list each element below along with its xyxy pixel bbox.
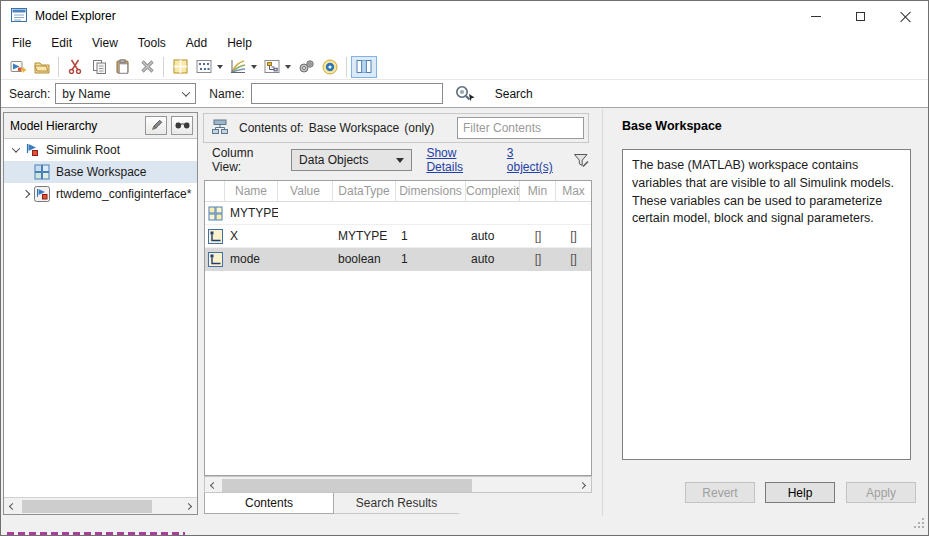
cell-name: mode [225, 252, 278, 266]
expand-chevron-icon[interactable] [18, 191, 34, 197]
menu-view[interactable]: View [82, 33, 128, 53]
menu-add[interactable]: Add [176, 33, 217, 53]
signal-icon [205, 229, 225, 244]
search-options-button[interactable] [452, 83, 478, 105]
revert-button[interactable]: Revert [685, 482, 755, 503]
signal-chart-dropdown-arrow[interactable] [251, 65, 257, 69]
data-objects-button[interactable] [192, 56, 216, 78]
column-view-dropdown[interactable]: Data Objects [291, 149, 412, 171]
contents-of-label: Contents of: [239, 121, 304, 135]
cell-complexity: auto [466, 252, 520, 266]
table-row-x[interactable]: X MYTYPE 1 auto [] [] [205, 225, 591, 248]
hierarchy-view-button[interactable] [260, 56, 284, 78]
collapse-chevron-icon[interactable] [8, 147, 24, 153]
signal-chart-button[interactable] [226, 56, 250, 78]
grid-window-icon [173, 59, 188, 74]
settings-gears-button[interactable] [294, 56, 318, 78]
table-row-mode[interactable]: mode boolean 1 auto [] [] [205, 248, 591, 271]
resize-grip[interactable] [913, 517, 925, 532]
maximize-button[interactable] [838, 1, 883, 31]
column-header-datatype[interactable]: DataType [333, 181, 396, 202]
column-header-max[interactable]: Max [556, 181, 591, 202]
scroll-left-arrow[interactable] [205, 477, 222, 493]
open-button[interactable] [30, 56, 54, 78]
column-view-button[interactable] [351, 56, 377, 78]
paste-button[interactable] [111, 56, 135, 78]
dialog-buttons: Revert Help Apply [603, 482, 929, 504]
cell-datatype: MYTYPE [333, 229, 396, 243]
signal-curves-icon [230, 59, 246, 74]
edit-hierarchy-button[interactable] [145, 116, 167, 135]
search-mode-dropdown[interactable]: by Name [55, 83, 196, 104]
cell-datatype: boolean [333, 252, 396, 266]
filter-options-button[interactable] [573, 153, 589, 168]
cell-name: MYTYPE [225, 206, 278, 220]
data-objects-dropdown-arrow[interactable] [217, 65, 223, 69]
toolbar [1, 54, 928, 79]
hierarchy-horizontal-scrollbar[interactable] [4, 497, 197, 514]
new-model-icon [10, 59, 27, 75]
scrollbar-thumb[interactable] [22, 500, 152, 513]
hierarchy-view-dropdown-arrow[interactable] [285, 65, 291, 69]
object-count-link[interactable]: 3 object(s) [507, 146, 560, 174]
contents-horizontal-scrollbar[interactable] [204, 476, 592, 493]
column-header-min[interactable]: Min [520, 181, 556, 202]
copy-icon [92, 59, 107, 74]
tree-item-label: Base Workspace [56, 165, 147, 179]
apply-button[interactable]: Apply [846, 482, 916, 503]
delete-button[interactable] [135, 56, 159, 78]
scroll-right-arrow[interactable] [574, 477, 591, 493]
filter-contents-input[interactable] [457, 117, 584, 139]
minimize-button[interactable] [793, 1, 838, 31]
column-header-name[interactable]: Name [225, 181, 278, 202]
menu-help[interactable]: Help [217, 33, 262, 53]
copy-button[interactable] [87, 56, 111, 78]
model-explorer-icon [11, 8, 27, 25]
show-hide-contents-button[interactable] [171, 116, 193, 135]
help-button[interactable]: Help [765, 482, 835, 503]
contents-target: Base Workspace [309, 121, 400, 135]
name-label: Name: [209, 87, 244, 101]
toolbar-separator [346, 57, 347, 77]
dialog-panel: Base Workspace The base (MATLAB) workspa… [602, 109, 929, 516]
close-button[interactable] [883, 1, 928, 31]
dropdown-arrow-icon [396, 158, 404, 163]
model-hierarchy-header: Model Hierarchy [4, 113, 197, 139]
show-details-link[interactable]: Show Details [426, 146, 492, 174]
table-header-icon-spacer [205, 181, 225, 202]
menu-edit[interactable]: Edit [41, 33, 82, 53]
tree-item-rtwdemo-configinterface[interactable]: rtwdemo_configinterface* [4, 183, 197, 205]
tree-item-base-workspace[interactable]: Base Workspace [4, 161, 197, 183]
cell-complexity: auto [466, 229, 520, 243]
cell-name: X [225, 229, 278, 243]
gears-icon [298, 59, 315, 74]
grid-window-button[interactable] [168, 56, 192, 78]
scroll-right-arrow[interactable] [180, 498, 197, 514]
scroll-left-arrow[interactable] [4, 498, 21, 514]
tab-contents[interactable]: Contents [204, 493, 334, 514]
configuration-gear-button[interactable] [318, 56, 342, 78]
data-objects-icon [196, 59, 212, 74]
hierarchy-view-icon [264, 59, 280, 74]
search-label: Search: [9, 87, 50, 101]
tab-search-results[interactable]: Search Results [334, 493, 459, 514]
name-input[interactable] [251, 83, 443, 104]
search-button[interactable]: Search [487, 84, 541, 104]
tree-item-simulink-root[interactable]: Simulink Root [4, 139, 197, 161]
chevron-down-icon [182, 88, 190, 96]
scrollbar-thumb[interactable] [222, 479, 472, 492]
column-header-value[interactable]: Value [278, 181, 333, 202]
model-hierarchy-tree: Simulink Root Base Workspace rtwdemo_con… [4, 139, 197, 497]
menu-file[interactable]: File [2, 33, 41, 53]
open-folder-icon [34, 60, 50, 74]
delete-x-icon [140, 59, 155, 74]
column-header-dimensions[interactable]: Dimensions [396, 181, 466, 202]
cell-min: [] [520, 252, 556, 266]
cut-button[interactable] [63, 56, 87, 78]
new-model-button[interactable] [6, 56, 30, 78]
contents-header-bar: Contents of: Base Workspace (only) [203, 113, 589, 143]
table-row-mytype[interactable]: MYTYPE [205, 202, 591, 225]
menu-tools[interactable]: Tools [128, 33, 176, 53]
pencil-icon [150, 119, 163, 132]
column-header-complexity[interactable]: Complexity [466, 181, 520, 202]
